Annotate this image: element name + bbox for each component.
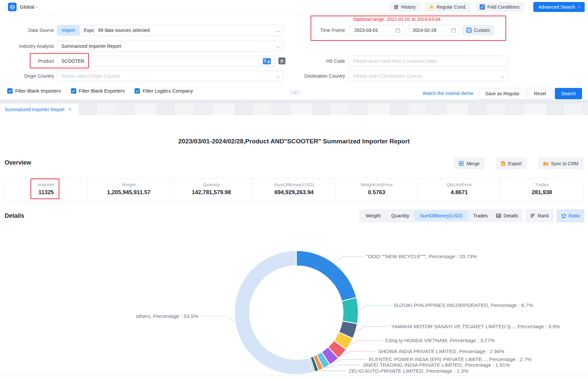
sync-to-crm-button[interactable]: Sync to CRM [538, 158, 583, 169]
pie-label-line [356, 327, 388, 332]
data-sources-value: 99 data sources selected [98, 28, 150, 33]
stat-value: 11325 [5, 189, 87, 196]
end-date-value: 2024-02-28 [413, 28, 437, 33]
history-button[interactable]: History [389, 2, 420, 12]
stat-qtyunitprice: QtyUnitPrice4.8671 [418, 179, 500, 201]
view-tab-ratio[interactable]: Ratio [557, 209, 584, 222]
close-icon[interactable]: × [69, 107, 72, 112]
calendar-icon[interactable] [395, 28, 400, 34]
ratio-icon [561, 213, 566, 218]
tab-summarized-importer-report[interactable]: Summarized Importer Report × [0, 104, 79, 115]
details-heading: Details [5, 212, 24, 219]
start-date-input[interactable]: 2023-03-01 [350, 25, 404, 36]
chevron-down-icon[interactable] [35, 5, 38, 8]
custom-range-button[interactable]: Custom [462, 25, 494, 36]
filter-checkbox-filter-blank-importers[interactable]: Filter Blank Importers [7, 88, 61, 94]
globe-icon [10, 4, 15, 10]
checkbox-checked-icon[interactable] [71, 88, 76, 94]
hs-code-placeholder: Please enter more than 4 customs codes [353, 58, 437, 64]
view-tab-rank[interactable]: Rank [526, 209, 554, 222]
pie-label-line [201, 316, 234, 321]
stat-value: 4.8671 [418, 189, 500, 196]
history-icon [394, 5, 399, 10]
pie-segment-others[interactable] [234, 251, 313, 375]
crm-folder-icon [543, 161, 549, 166]
pie-label-line [359, 305, 391, 311]
pie-segment-ooo-new-bicycle[interactable] [296, 251, 356, 301]
reset-button[interactable]: Reset [528, 88, 553, 99]
view-tab-label: Rank [538, 213, 549, 218]
export-button[interactable]: Export [496, 158, 526, 169]
start-date-value: 2023-03-01 [354, 28, 378, 33]
destination-country-placeholder: Please select Destination Country [353, 73, 423, 79]
product-value: SCOOTER [61, 58, 84, 64]
industry-analysis-select[interactable]: Summarized Importer Report [57, 41, 283, 51]
view-tab-details[interactable]: Details [492, 209, 523, 222]
regular-cond-button-label: Regular Cond. [437, 4, 466, 10]
hs-code-input[interactable]: Please enter more than 4 customs codes [349, 56, 508, 66]
stat-quantity: Quantity142,781,579.98 [170, 179, 253, 201]
overview-heading: Overview [5, 159, 31, 166]
ratio-donut-chart: "OOO ""NEW BICYCLE""", Percentage : 20.7… [0, 226, 588, 378]
stat-weight: Weight1,205,945,911.57 [87, 179, 170, 201]
metric-tab-sumofmoney-usd[interactable]: SumOfMoney(USD) [414, 210, 468, 221]
view-tab-label: Ratio [568, 213, 580, 218]
destination-country-select[interactable]: Please select Destination Country [349, 71, 508, 81]
filter-checkbox-filter-logitics-company[interactable]: Filter Logitics Company [135, 88, 193, 94]
stat-weightunitprice: WeightUnitPrice0.5763 [335, 179, 418, 201]
merge-button-label: Merge [466, 161, 480, 166]
stat-sumofmoney-usd: SumOfMoney(USD)694,929,263.94 [253, 179, 335, 201]
panel-separator [0, 100, 588, 104]
metric-tab-quantity[interactable]: Quantity [386, 210, 414, 221]
checkbox-checked-icon[interactable] [135, 88, 140, 94]
pie-segment-suzuki-philippines-incorporated[interactable] [342, 297, 358, 324]
regular-cond-button[interactable]: Regular Cond. [425, 2, 471, 12]
stat-label: Weight [88, 182, 170, 187]
pie-label-elentec-power-india-epi-private-limite: ELENTEC POWER INDIA (EPI) PRIVATE LIMITE… [369, 356, 532, 362]
pie-label-jinfei-trading-india-private-limited: JINFEI TRADING INDIA PRIVATE LIMITED, Pe… [363, 362, 510, 368]
stat-label: Importer [5, 182, 87, 187]
tutorial-demo-link[interactable]: Watch the tutorial demo [423, 91, 473, 96]
tab-title: Summarized Importer Report [5, 107, 65, 112]
topbar-divider [528, 3, 529, 11]
advanced-search-button[interactable]: Advanced Search [533, 2, 585, 12]
checkbox-label: Filter Blank Importers [15, 88, 61, 94]
pie-label-line [351, 340, 382, 345]
hs-code-label: HS Code [264, 56, 345, 66]
save-as-regular-button[interactable]: Save as Regular [479, 88, 526, 99]
pie-label-yamaha-motor-sanayi-ve-ti-caret-li-mi-te: YAMAHA MOTOR SANAYI VE TİCARET LİMİTED Ş… [391, 324, 560, 329]
app-logo[interactable] [8, 3, 17, 11]
metric-tab-trades[interactable]: Trades [468, 210, 493, 221]
industry-analysis-value: Summarized Importer Report [61, 43, 121, 49]
topbar-actions: History Regular Cond. Fold Conditions Ad… [389, 2, 585, 12]
export-button-label: Export [508, 161, 521, 166]
view-tabs: DetailsRankRatio [492, 209, 584, 222]
pie-label-line [322, 370, 346, 371]
overview-stats: Importer11325Weight1,205,945,911.57Quant… [5, 178, 583, 202]
metric-tab-weight[interactable]: Weight [361, 210, 386, 221]
optional-range-hint: Optional range: 2021-01-01 to 2024-03-04 [346, 17, 448, 22]
origin-country-select[interactable]: Please select Origin Country [57, 71, 283, 81]
stat-value: 1,205,945,911.57 [88, 189, 170, 196]
checkbox-checked-icon[interactable] [7, 88, 13, 94]
region-selector-label[interactable]: Global [20, 0, 34, 14]
expand-conditions-button[interactable] [289, 90, 301, 95]
import-tab[interactable]: Import [57, 25, 79, 35]
merge-button[interactable]: Merge [454, 158, 485, 169]
data-sources-select[interactable]: 99 data sources selected [94, 25, 283, 36]
chevron-down-icon [276, 45, 280, 48]
product-input[interactable]: SCOOTER A [57, 56, 275, 66]
rank-icon [530, 213, 535, 218]
checkbox-label: Filter Logitics Company [143, 88, 193, 94]
blurred-tabs-area [79, 104, 588, 115]
calendar-icon[interactable] [451, 28, 456, 34]
search-form: Data Source Import Export 99 data source… [0, 14, 588, 100]
search-button[interactable]: Search [555, 88, 582, 99]
end-date-input[interactable]: 2024-02-28 [408, 25, 460, 36]
table-icon [496, 213, 501, 218]
pie-label-line [335, 359, 366, 362]
fold-conditions-button[interactable]: Fold Conditions [475, 2, 524, 12]
stat-value: 694,929,263.94 [253, 189, 335, 196]
filter-checkbox-filter-blank-exporters[interactable]: Filter Blank Exporters [71, 88, 125, 94]
fold-conditions-button-label: Fold Conditions [487, 4, 519, 10]
